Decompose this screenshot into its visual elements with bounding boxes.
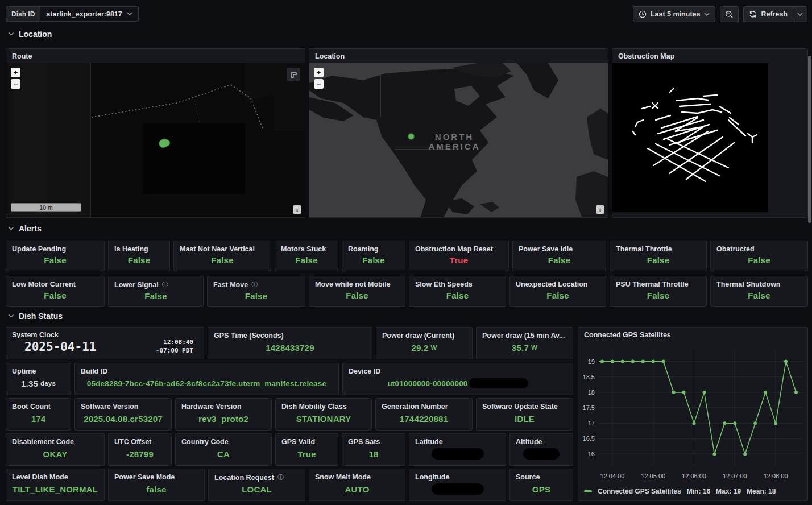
stat-label: Slow Eth Speeds: [415, 280, 500, 288]
status-row-1: System Clock 2025-04-11 12:08:40-07:00 P…: [6, 327, 573, 359]
route-panel-title: Route: [6, 49, 305, 63]
stat-value: -28799: [114, 446, 165, 462]
location-zoom-out-button[interactable]: −: [314, 79, 324, 89]
chevron-down-icon: [797, 13, 803, 16]
route-zoom-in-button[interactable]: +: [11, 68, 20, 77]
svg-text:NORTH: NORTH: [435, 132, 474, 142]
refresh-icon: [749, 10, 757, 18]
stat-value: False: [415, 288, 500, 303]
stat-value: False: [114, 289, 197, 303]
section-location[interactable]: Location: [8, 30, 52, 39]
time-range-picker[interactable]: Last 5 minutes: [633, 6, 716, 22]
gps-satellites-chart: 1616.51717.51818.51912:04:0012:05:0012:0…: [578, 342, 807, 500]
stat-value: False: [616, 253, 701, 267]
route-measure-tool-button[interactable]: [287, 68, 300, 81]
stat-label: Power draw (15 min Av...: [482, 332, 567, 340]
stat-value: [516, 446, 567, 462]
clock-date: 2025-04-11: [24, 340, 96, 354]
redaction-blob: [523, 448, 560, 460]
refresh-button[interactable]: Refresh: [743, 6, 793, 22]
stat-label: Power draw (Current): [382, 332, 466, 340]
utc-offset-panel: UTC Offset -28799: [108, 433, 172, 466]
location-panel-title: Location: [309, 49, 608, 63]
alert-is-heating: Is Heating False: [108, 241, 170, 271]
country-code-panel: Country Code CA: [175, 433, 272, 466]
stat-value: False: [180, 253, 265, 267]
section-dish-status[interactable]: Dish Status: [8, 312, 63, 321]
stat-label: Motors Stuck: [281, 245, 332, 253]
stat-label: Thermal Throttle: [616, 245, 701, 253]
info-icon[interactable]: ⓘ: [277, 473, 284, 482]
stat-value: True: [281, 446, 332, 462]
legend-series-label[interactable]: Connected GPS Satellites: [598, 487, 681, 495]
stat-label: UTC Offset: [114, 438, 165, 446]
disablement-code-panel: Disablement Code OKAY: [6, 433, 105, 466]
info-icon[interactable]: ⓘ: [162, 280, 168, 289]
location-map-zoom-controls: + −: [314, 68, 324, 89]
stat-label: Move while not Mobile: [315, 280, 399, 288]
svg-text:18.5: 18.5: [583, 374, 595, 380]
stat-label: Location Requestⓘ: [214, 473, 299, 482]
source-panel: Source GPS: [509, 469, 573, 501]
clock-time: 12:08:40-07:00 PDT: [156, 338, 193, 355]
location-zoom-in-button[interactable]: +: [314, 68, 324, 77]
device-id-panel: Device ID ut01000000-00000000: [342, 363, 573, 395]
section-alerts[interactable]: Alerts: [8, 224, 42, 233]
location-map[interactable]: NORTH AMERICA + − i: [309, 63, 608, 217]
route-attribution-button[interactable]: i: [293, 205, 301, 214]
stat-label: Boot Count: [12, 403, 65, 411]
power-draw-current-panel: Power draw (Current) 29.2W: [376, 327, 473, 359]
route-map-zoom-controls: + −: [11, 68, 20, 89]
scrollbar-thumb[interactable]: [808, 56, 811, 223]
gps-sats-panel: GPS Sats 18: [342, 433, 405, 466]
status-row-5: Level Dish Mode TILT_LIKE_NORMAL Power S…: [6, 469, 573, 501]
info-icon[interactable]: ⓘ: [251, 280, 258, 289]
corner-icon: [289, 71, 297, 78]
stat-label: GPS Sats: [348, 438, 399, 446]
stat-value: 1744220881: [382, 411, 466, 427]
location-map-graphic: NORTH AMERICA: [309, 63, 608, 217]
chevron-down-icon: [8, 314, 14, 318]
section-dish-status-title: Dish Status: [19, 312, 63, 321]
stat-value: 29.2W: [382, 340, 466, 355]
stat-value: OKAY: [12, 446, 98, 462]
alert-update-pending: Update Pending False: [6, 241, 105, 271]
stat-label: Unexpected Location: [516, 280, 600, 288]
longitude-panel: Longitude: [409, 469, 506, 501]
svg-text:12:07:00: 12:07:00: [723, 473, 747, 479]
route-zoom-out-button[interactable]: −: [11, 79, 20, 89]
svg-text:12:05:00: 12:05:00: [641, 473, 665, 479]
hardware-version-panel: Hardware Version rev3_proto2: [175, 398, 272, 431]
dish-id-select[interactable]: starlink_exporter:9817: [40, 6, 138, 22]
stat-label: Latitude: [415, 438, 500, 446]
system-clock-panel: System Clock 2025-04-11 12:08:40-07:00 P…: [6, 327, 204, 359]
stat-label: Is Heating: [114, 245, 164, 253]
stat-value: False: [213, 289, 299, 303]
stat-value: 1.35days: [12, 375, 65, 391]
stat-value: false: [114, 481, 198, 497]
gps-time-panel: GPS Time (Seconds) 1428433729: [208, 327, 372, 359]
stat-value: False: [716, 288, 802, 303]
route-map[interactable]: + − 10 m i: [6, 63, 305, 217]
chevron-down-icon: [8, 226, 14, 231]
zoom-out-time-button[interactable]: [720, 6, 739, 22]
location-attribution-button[interactable]: i: [596, 205, 604, 214]
refresh-interval-dropdown[interactable]: [793, 6, 807, 22]
stat-value: False: [348, 253, 399, 267]
stat-label: Low Motor Current: [12, 280, 98, 288]
stat-label: Generation Number: [382, 403, 466, 411]
stat-label: Longitude: [415, 473, 500, 481]
power-save-mode-panel: Power Save Mode false: [108, 469, 205, 501]
uptime-panel: Uptime 1.35days: [6, 363, 71, 395]
stat-label: System Clock: [12, 332, 198, 338]
refresh-label: Refresh: [761, 10, 788, 18]
stat-value: 174: [12, 411, 65, 427]
stat-label: Dish Mobility Class: [281, 403, 366, 411]
obstruction-panel-title: Obstruction Map: [612, 49, 807, 63]
stat-value: 05de8289-7bcc-476b-ad62-8cf8cc2a73fe.ute…: [81, 375, 333, 391]
stat-value: 18: [348, 446, 399, 462]
dish-mobility-class-panel: Dish Mobility Class STATIONARY: [275, 398, 372, 431]
svg-text:17: 17: [588, 420, 595, 427]
legend-mean: Mean: 18: [747, 487, 776, 495]
route-map-scalebar: 10 m: [11, 203, 81, 212]
